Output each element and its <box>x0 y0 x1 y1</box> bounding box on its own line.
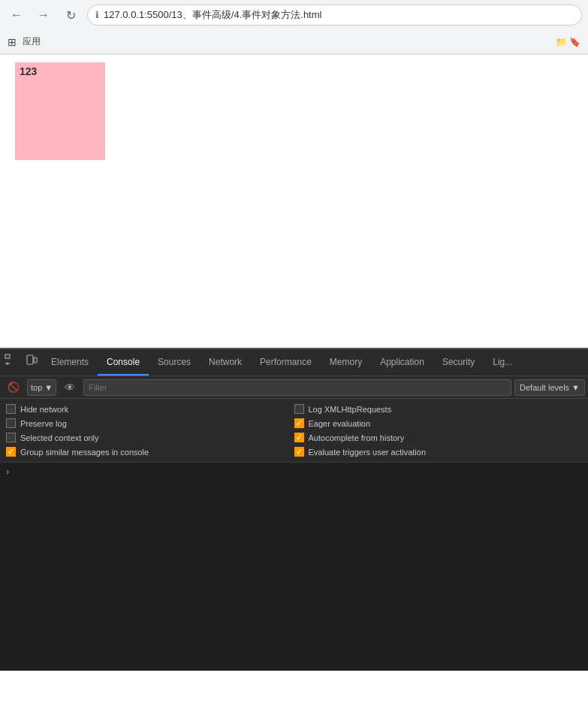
console-toolbar: 🚫 top ▼ 👁 Default levels ▼ <box>0 376 588 399</box>
url-text: 127.0.0.1:5500/13、事件高级/4.事件对象方法.html <box>104 8 321 22</box>
eager-eval-checkbox[interactable]: ✓ <box>294 418 304 428</box>
bookmark-icon: 🔖 <box>569 37 580 47</box>
devtools-panel: Elements Console Sources Network Perform… <box>0 348 588 671</box>
selected-context-label: Selected context only <box>20 433 99 442</box>
chevron-down-icon: ▼ <box>571 383 580 392</box>
option-group-similar[interactable]: ✓ Group similar messages in console <box>6 445 294 459</box>
eager-eval-label: Eager evaluation <box>309 419 371 428</box>
eye-icon-button[interactable]: 👁 <box>59 377 80 398</box>
chevron-down-icon: ▼ <box>44 383 53 392</box>
lock-icon: ℹ <box>95 10 99 20</box>
bookmarks-bar: ⊞ 应用 📁 🔖 <box>0 30 588 54</box>
tab-application[interactable]: Application <box>371 349 433 376</box>
filter-input[interactable] <box>83 379 511 396</box>
page-content: 123 <box>0 55 588 348</box>
pink-box: 123 <box>15 62 105 160</box>
tab-performance[interactable]: Performance <box>251 349 321 376</box>
tab-console[interactable]: Console <box>98 349 149 376</box>
tab-network[interactable]: Network <box>200 349 251 376</box>
evaluate-triggers-label: Evaluate triggers user activation <box>309 448 427 457</box>
log-xml-checkbox[interactable] <box>294 404 304 414</box>
preserve-log-checkbox[interactable] <box>6 418 16 428</box>
option-autocomplete-history[interactable]: ✓ Autocomplete from history <box>294 430 583 445</box>
prompt-arrow: › <box>6 466 9 477</box>
back-button[interactable]: ← <box>6 5 27 26</box>
evaluate-triggers-checkbox[interactable]: ✓ <box>294 447 304 457</box>
svg-rect-3 <box>27 355 33 364</box>
tab-sources[interactable]: Sources <box>149 349 200 376</box>
address-bar[interactable]: ℹ 127.0.0.1:5500/13、事件高级/4.事件对象方法.html <box>87 5 582 26</box>
autocomplete-label: Autocomplete from history <box>309 433 405 442</box>
grid-icon: ⊞ <box>8 36 17 48</box>
bookmarks-label: 应用 <box>23 35 41 48</box>
option-selected-context[interactable]: Selected context only <box>6 430 294 445</box>
devtools-tabs: Elements Console Sources Network Perform… <box>0 349 588 376</box>
log-xml-label: Log XMLHttpRequests <box>309 405 392 414</box>
forward-button[interactable]: → <box>33 5 54 26</box>
console-content: › <box>0 463 588 671</box>
context-selector[interactable]: top ▼ <box>27 379 56 396</box>
option-preserve-log[interactable]: Preserve log <box>6 416 294 430</box>
hide-network-label: Hide network <box>20 405 68 414</box>
folder-icon: 📁 <box>556 37 567 47</box>
option-log-xmlhttprequests[interactable]: Log XMLHttpRequests <box>294 402 583 416</box>
console-prompt[interactable]: › <box>6 466 9 477</box>
tab-memory[interactable]: Memory <box>321 349 371 376</box>
default-levels-label: Default levels <box>520 383 569 392</box>
hide-network-checkbox[interactable] <box>6 404 16 414</box>
console-options: Hide network Log XMLHttpRequests Preserv… <box>0 399 588 463</box>
browser-chrome: ← → ↻ ℹ 127.0.0.1:5500/13、事件高级/4.事件对象方法.… <box>0 0 588 55</box>
box-text: 123 <box>20 65 37 77</box>
autocomplete-checkbox[interactable]: ✓ <box>294 433 304 442</box>
preserve-log-label: Preserve log <box>20 419 67 428</box>
group-similar-label: Group similar messages in console <box>20 448 149 457</box>
tab-lighthouse[interactable]: Lig... <box>484 349 521 376</box>
option-eager-evaluation[interactable]: ✓ Eager evaluation <box>294 416 583 430</box>
clear-console-button[interactable]: 🚫 <box>3 377 24 398</box>
default-levels-selector[interactable]: Default levels ▼ <box>514 379 585 396</box>
tab-elements[interactable]: Elements <box>42 349 98 376</box>
context-value: top <box>31 383 42 392</box>
svg-rect-4 <box>34 358 37 363</box>
nav-bar: ← → ↻ ℹ 127.0.0.1:5500/13、事件高级/4.事件对象方法.… <box>0 0 588 30</box>
refresh-button[interactable]: ↻ <box>60 5 81 26</box>
svg-rect-0 <box>5 355 10 358</box>
option-evaluate-triggers[interactable]: ✓ Evaluate triggers user activation <box>294 445 583 459</box>
option-hide-network[interactable]: Hide network <box>6 402 294 416</box>
inspect-element-button[interactable] <box>0 349 21 370</box>
device-toggle-button[interactable] <box>21 349 42 370</box>
bookmark-folder[interactable]: 📁 🔖 <box>556 37 580 47</box>
selected-context-checkbox[interactable] <box>6 433 16 442</box>
tab-security[interactable]: Security <box>433 349 484 376</box>
group-similar-checkbox[interactable]: ✓ <box>6 447 16 457</box>
